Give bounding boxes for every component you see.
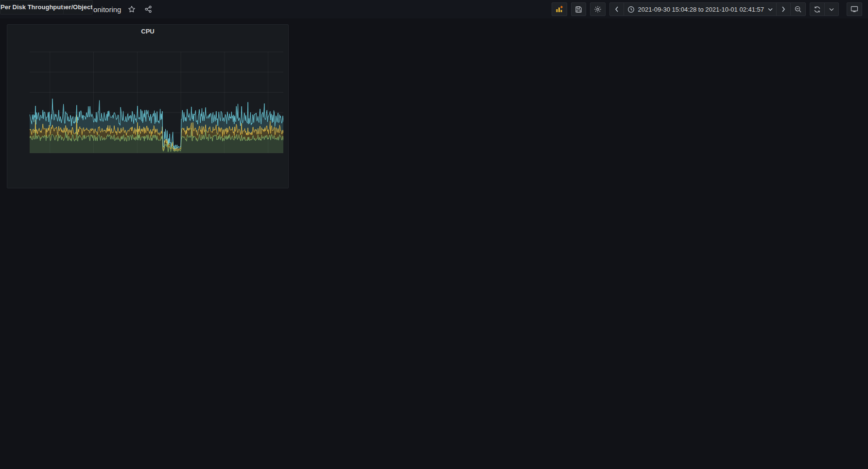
navbar: General / Partial_Monitoring [0, 0, 868, 18]
navbar-controls: 2021-09-30 15:04:28 to 2021-10-01 02:41:… [552, 2, 863, 16]
chart-canvas[interactable] [7, 25, 289, 188]
time-range-forward-button[interactable] [776, 2, 791, 16]
kiosk-mode-button[interactable] [847, 2, 862, 16]
panel-title[interactable]: Per Disk Throughput [0, 0, 63, 14]
time-range-back-button[interactable] [609, 2, 624, 16]
time-range-picker[interactable]: 2021-09-30 15:04:28 to 2021-10-01 02:41:… [624, 2, 777, 16]
refresh-interval-button[interactable] [824, 2, 839, 16]
magnifier-minus-icon [794, 5, 802, 13]
clock-icon [627, 6, 635, 13]
star-icon[interactable] [126, 4, 138, 14]
panel-per-disk-throughput: Per Disk Throughput [0, 0, 64, 15]
time-range-label: 2021-09-30 15:04:28 to 2021-10-01 02:41:… [638, 6, 764, 13]
refresh-controls [810, 2, 839, 16]
monitor-icon [851, 5, 858, 13]
add-panel-button[interactable] [552, 2, 567, 16]
save-dashboard-button[interactable] [571, 2, 586, 16]
caret-down-icon [768, 8, 773, 11]
caret-down-icon [829, 8, 834, 11]
time-controls: 2021-09-30 15:04:28 to 2021-10-01 02:41:… [609, 2, 806, 16]
zoom-out-button[interactable] [790, 2, 806, 16]
dashboard-settings-button[interactable] [590, 2, 606, 16]
refresh-button[interactable] [810, 2, 825, 16]
sync-icon [814, 6, 821, 13]
share-alt-icon[interactable] [142, 4, 154, 14]
panel-cpu: CPU [7, 24, 289, 188]
